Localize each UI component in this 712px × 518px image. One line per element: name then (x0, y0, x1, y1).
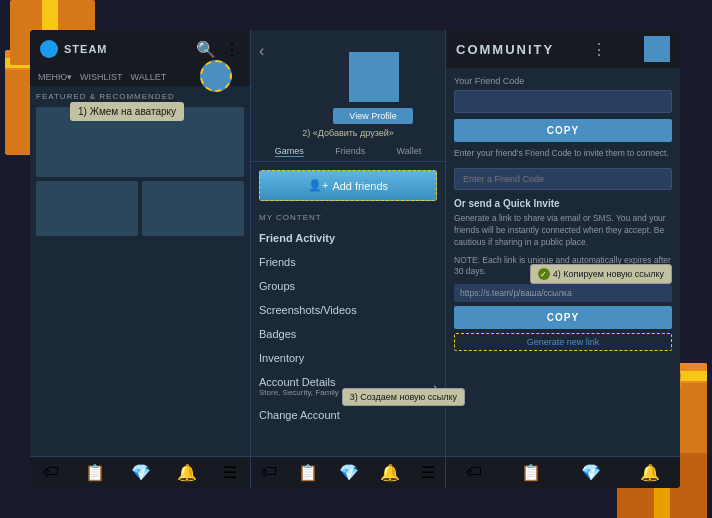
main-container: STEAM 🔍 ⋮ 1) Жмем на аватарку МЕНЮ▾ WISH… (30, 30, 680, 488)
friend-code-input[interactable] (454, 90, 672, 113)
nav-wishlist[interactable]: WISHLIST (80, 72, 123, 82)
steam-bottom-nav: 🏷 📋 💎 🔔 ☰ (30, 456, 250, 488)
menu-item-friends[interactable]: Friends (251, 250, 445, 274)
menu-item-groups[interactable]: Groups (251, 274, 445, 298)
quick-invite-label: Or send a Quick Invite (454, 198, 672, 209)
steam-panel: STEAM 🔍 ⋮ 1) Жмем на аватарку МЕНЮ▾ WISH… (30, 30, 250, 488)
community-menu-icon[interactable]: ⋮ (591, 40, 607, 59)
menu-item-change-account[interactable]: Change Account (251, 403, 445, 427)
tab-friends[interactable]: Friends (335, 146, 365, 157)
comm-bottom-bell-icon[interactable]: 🔔 (640, 463, 660, 482)
enter-friend-code-input[interactable] (454, 168, 672, 190)
steam-content: FEATURED & RECOMMENDED (30, 86, 250, 456)
mid-bottom-menu-icon[interactable]: ☰ (421, 463, 435, 482)
community-avatar (644, 36, 670, 62)
menu-item-screenshots[interactable]: Screenshots/Videos (251, 298, 445, 322)
right-panel: COMMUNITY ⋮ Your Friend Code COPY Enter … (445, 30, 680, 488)
featured-item-1 (36, 181, 138, 236)
bottom-nav-menu-icon[interactable]: ☰ (223, 463, 237, 482)
check-icon: ✓ (538, 268, 550, 280)
steam-logo-icon (40, 40, 58, 58)
copy-friend-code-button[interactable]: COPY (454, 119, 672, 142)
tab-wallet[interactable]: Wallet (397, 146, 422, 157)
copy-link-button[interactable]: COPY (454, 306, 672, 329)
community-header: COMMUNITY ⋮ (446, 30, 680, 68)
friend-code-label: Your Friend Code (454, 76, 672, 86)
bottom-nav-diamond-icon[interactable]: 💎 (131, 463, 151, 482)
featured-grid (36, 107, 244, 236)
middle-panel: ‹ View Profile 2) «Добавить друзей» Game… (250, 30, 445, 488)
avatar-highlight[interactable] (200, 60, 232, 92)
steam-title: STEAM (64, 43, 108, 55)
quick-invite-text: Generate a link to share via email or SM… (454, 213, 672, 249)
bottom-nav-list-icon[interactable]: 📋 (85, 463, 105, 482)
new-link-tooltip: 3) Создаем новую ссылку (342, 388, 465, 406)
middle-bottom-nav: 🏷 📋 💎 🔔 ☰ (251, 456, 445, 488)
menu-item-inventory[interactable]: Inventory (251, 346, 445, 370)
menu-item-badges[interactable]: Badges (251, 322, 445, 346)
community-bottom-nav: 🏷 📋 💎 🔔 (446, 456, 680, 488)
mid-bottom-diamond-icon[interactable]: 💎 (339, 463, 359, 482)
mid-bottom-bell-icon[interactable]: 🔔 (380, 463, 400, 482)
my-content-label: MY CONTENT (251, 209, 445, 226)
tab-games[interactable]: Games (275, 146, 304, 157)
community-content: Your Friend Code COPY Enter your friend'… (446, 68, 680, 456)
mid-bottom-list-icon[interactable]: 📋 (298, 463, 318, 482)
invite-text: Enter your friend's Friend Code to invit… (454, 148, 672, 160)
add-friends-button[interactable]: 👤+ Add friends (259, 170, 437, 201)
link-url-text: https://s.team/p/ваша/ссылка (454, 284, 672, 302)
account-details-sub: Store, Security, Family (259, 388, 339, 397)
copy-new-link-tooltip: ✓ 4) Копируем новую ссылку (530, 264, 672, 284)
nav-wallet[interactable]: WALLET (131, 72, 167, 82)
mid-bottom-tag-icon[interactable]: 🏷 (261, 463, 277, 482)
featured-item-2 (142, 181, 244, 236)
comm-bottom-list-icon[interactable]: 📋 (521, 463, 541, 482)
profile-tabs: Games Friends Wallet (251, 142, 445, 162)
menu-icon[interactable]: ⋮ (224, 40, 240, 59)
bottom-nav-tag-icon[interactable]: 🏷 (43, 463, 59, 482)
search-icon[interactable]: 🔍 (196, 40, 216, 59)
view-profile-button[interactable]: View Profile (333, 108, 413, 124)
add-friends-tooltip: 2) «Добавить друзей» (251, 128, 445, 138)
community-title: COMMUNITY (456, 42, 554, 57)
comm-bottom-tag-icon[interactable]: 🏷 (466, 463, 482, 482)
comm-bottom-diamond-icon[interactable]: 💎 (581, 463, 601, 482)
steam-header-icons: 🔍 ⋮ (196, 40, 240, 59)
menu-item-friend-activity[interactable]: Friend Activity (251, 226, 445, 250)
account-details-label: Account Details (259, 376, 339, 388)
back-arrow-icon[interactable]: ‹ (259, 42, 264, 60)
generate-new-link-button[interactable]: Generate new link (454, 333, 672, 351)
add-icon: 👤+ (308, 179, 328, 192)
menu-items: Friend Activity Friends Groups Screensho… (251, 226, 445, 456)
nav-menu[interactable]: МЕНЮ▾ (38, 72, 72, 82)
profile-avatar (349, 52, 399, 102)
avatar-tooltip: 1) Жмем на аватарку (70, 102, 184, 121)
bottom-nav-bell-icon[interactable]: 🔔 (177, 463, 197, 482)
featured-label: FEATURED & RECOMMENDED (36, 92, 244, 101)
